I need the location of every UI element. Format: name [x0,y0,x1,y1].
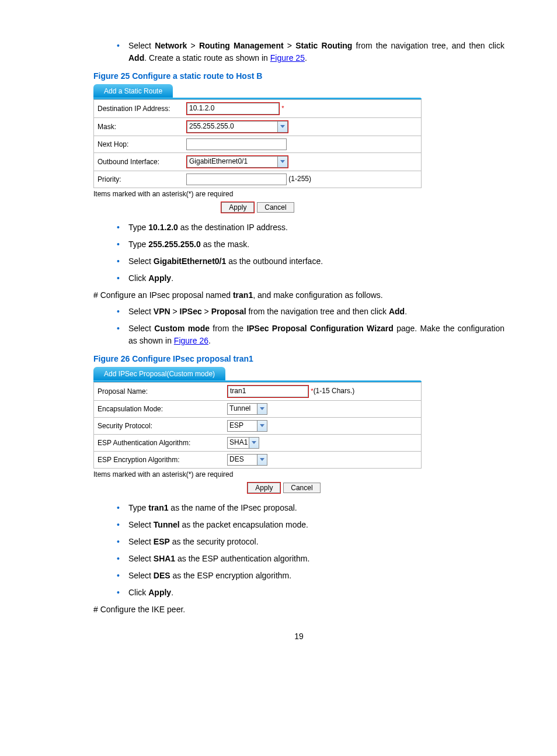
text: as the ESP authentication algorithm. [175,554,309,563]
text: as the packet encapsulation mode. [180,520,308,529]
nexthop-input[interactable] [186,138,287,150]
secproto-select[interactable]: ESP [227,420,267,432]
text: Click [128,588,148,597]
text: > [202,307,211,316]
espauth-select[interactable]: SHA1 [227,437,259,449]
text: from the [210,324,246,333]
button-row-2: Apply Cancel [93,482,422,494]
bold: SHA1 [154,554,175,563]
page-number: 19 [93,632,504,641]
ipsec-table: Proposal Name: tran1 *(1-15 Chars.) Enca… [93,382,422,469]
priority-hint: (1-255) [288,175,311,183]
figure-26-title: Figure 26 Configure IPsec proposal tran1 [93,354,504,363]
bold: IPSec [180,307,202,316]
apply-button[interactable]: Apply [221,202,254,213]
label-proposal-name: Proposal Name: [94,383,224,401]
text: from the navigation tree, and then click [352,41,504,50]
bold: 255.255.255.0 [148,240,201,249]
figure-link-26[interactable]: Figure 26 [174,336,208,345]
text: . [305,53,307,63]
bold: Custom mode [154,324,210,333]
label-espauth: ESP Authentication Algorithm: [94,435,224,452]
hash-line-2: # Configure the IKE peer. [93,605,504,614]
text: as the outbound interface. [226,256,323,266]
ipsec-proposal-form: Add IPSec Proposal(Custom mode) Proposal… [93,367,422,494]
proposal-name-input[interactable]: tran1 [228,386,308,397]
text: > [170,307,180,316]
text: Type [128,240,148,249]
text: > [284,41,296,50]
outif-select[interactable]: GigabitEthernet0/1 [187,156,288,168]
bold: Network [155,41,187,50]
field-dest-ip: 10.1.2.0 * [183,100,422,118]
steps-list-2: Type 10.1.2.0 as the destination IP addr… [93,221,504,285]
text: Select [128,41,155,50]
static-route-form: Add a Static Route Destination IP Addres… [93,84,422,213]
label-encap: Encapsulation Mode: [94,401,224,418]
field-proposal-name: tran1 *(1-15 Chars.) [224,383,422,401]
text: as the destination IP address. [178,223,288,232]
field-secproto: ESP [224,418,422,435]
list-item: Select GigabitEthernet0/1 as the outboun… [117,255,504,268]
bold: Add [128,53,144,63]
steps-list-4: Type tran1 as the name of the IPsec prop… [93,502,504,599]
figure-25-title: Figure 25 Configure a static route to Ho… [93,71,504,81]
list-item: Select SHA1 as the ESP authentication al… [117,553,504,565]
bold: Routing Management [199,41,284,50]
espenc-select[interactable]: DES [227,454,267,466]
field-nexthop [183,136,422,153]
text: . Create a static route as shown in [144,53,270,63]
bold: Apply [148,588,171,597]
tab-header: Add a Static Route [93,84,173,98]
bold: Tunnel [154,520,180,529]
label-outif: Outbound Interface: [94,153,183,171]
figure-link-25[interactable]: Figure 25 [270,53,305,63]
list-item: Click Apply. [117,272,504,285]
text: as the name of the IPsec proposal. [168,503,297,512]
cancel-button[interactable]: Cancel [257,202,294,213]
button-row: Apply Cancel [93,202,422,213]
steps-list-3: Select VPN > IPSec > Proposal from the n… [93,306,504,347]
required-note-2: Items marked with an asterisk(*) are req… [93,470,422,478]
label-nexthop: Next Hop: [94,136,183,153]
field-mask: 255.255.255.0 [183,118,422,136]
bold: IPSec Proposal Configuration Wizard [246,324,393,333]
list-item: Type tran1 as the name of the IPsec prop… [117,502,504,514]
text: . [208,336,211,345]
hash-line-1: # Configure an IPsec proposal named tran… [93,290,504,300]
intro-list: Select Network > Routing Management > St… [93,40,504,64]
text: Click [128,273,148,283]
text: . [171,588,173,597]
dest-ip-input[interactable]: 10.1.2.0 [187,103,279,115]
text: Select [128,324,154,333]
apply-button-2[interactable]: Apply [248,483,280,493]
mask-select[interactable]: 255.255.255.0 [187,121,288,133]
priority-input[interactable] [186,174,287,185]
text: as the mask. [201,240,249,249]
encap-select[interactable]: Tunnel [227,403,267,415]
text: Select [128,307,154,316]
bold: Apply [148,273,171,283]
bold: ESP [154,537,170,546]
text: Select [128,537,154,546]
text: Type [128,223,148,232]
text: # Configure an IPsec proposal named [93,290,233,300]
bold: VPN [154,307,170,316]
list-item: Select Tunnel as the packet encapsulatio… [117,519,504,531]
bold: tran1 [148,503,168,512]
list-item: Type 10.1.2.0 as the destination IP addr… [117,221,504,234]
label-secproto: Security Protocol: [94,418,224,435]
text: Select [128,520,154,529]
text: Select [128,256,154,266]
text: as the security protocol. [170,537,259,546]
bold: GigabitEthernet0/1 [154,256,226,266]
bold: Add [389,307,405,316]
label-mask: Mask: [94,118,183,136]
bold: 10.1.2.0 [148,223,178,232]
label-priority: Priority: [94,171,183,188]
field-encap: Tunnel [224,401,422,418]
field-espauth: SHA1 [224,435,422,452]
label-espenc: ESP Encryption Algorithm: [94,452,224,469]
cancel-button-2[interactable]: Cancel [283,483,320,493]
list-item: Select Custom mode from the IPSec Propos… [117,322,504,347]
